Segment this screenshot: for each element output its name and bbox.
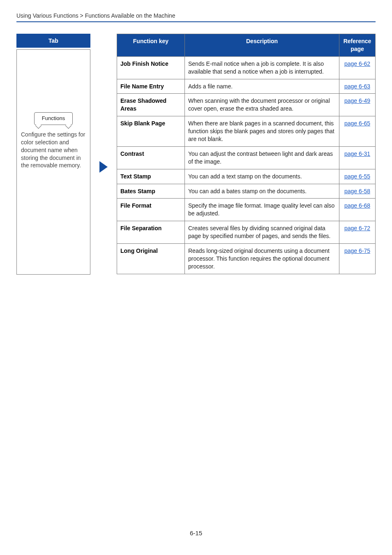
reference-cell: page 6-68 — [339, 199, 376, 221]
table-row: File Name EntryAdds a file name.page 6-6… — [117, 79, 376, 94]
function-key-cell: Erase Shadowed Areas — [117, 94, 185, 116]
functions-tab-button[interactable]: Functions — [34, 112, 73, 125]
table-row: Job Finish NoticeSends E-mail notice whe… — [117, 56, 376, 79]
description-cell: You can add a text stamp on the document… — [185, 169, 339, 184]
function-key-cell: Skip Blank Page — [117, 116, 185, 147]
function-table: Function key Description Reference page … — [117, 34, 376, 274]
right-column: Function key Description Reference page … — [117, 34, 376, 275]
reference-cell: page 6-63 — [339, 79, 376, 94]
reference-link[interactable]: page 6-72 — [344, 225, 370, 231]
reference-cell: page 6-65 — [339, 116, 376, 147]
reference-cell: page 6-72 — [339, 221, 376, 244]
table-row: Erase Shadowed AreasWhen scanning with t… — [117, 94, 376, 116]
table-row: Bates StampYou can add a bates stamp on … — [117, 184, 376, 199]
content-row: Tab Functions Configure the settings for… — [16, 34, 376, 275]
description-cell: Reads long-sized original documents usin… — [185, 244, 339, 274]
table-header-function-key: Function key — [117, 34, 185, 57]
reference-cell: page 6-62 — [339, 56, 376, 79]
description-cell: When there are blank pages in a scanned … — [185, 116, 339, 147]
table-row: Skip Blank PageWhen there are blank page… — [117, 116, 376, 147]
description-cell: When scanning with the document processo… — [185, 94, 339, 116]
divider-top — [16, 21, 376, 22]
table-row: File FormatSpecify the image file format… — [117, 199, 376, 221]
reference-link[interactable]: page 6-55 — [344, 173, 370, 180]
function-key-cell: Job Finish Notice — [117, 56, 185, 79]
reference-cell: page 6-58 — [339, 184, 376, 199]
reference-link[interactable]: page 6-68 — [344, 202, 370, 209]
tab-body: Functions Configure the settings for col… — [16, 49, 90, 275]
tab-description: Configure the settings for color selecti… — [21, 131, 86, 169]
reference-cell: page 6-55 — [339, 169, 376, 184]
description-cell: You can adjust the contrast between ligh… — [185, 146, 339, 169]
left-column: Tab Functions Configure the settings for… — [16, 34, 90, 275]
function-key-cell: File Separation — [117, 221, 185, 244]
tab-header: Tab — [16, 34, 90, 48]
description-cell: Creates several files by dividing scanne… — [185, 221, 339, 244]
reference-cell: page 6-31 — [339, 146, 376, 169]
function-key-cell: File Format — [117, 199, 185, 221]
reference-link[interactable]: page 6-49 — [344, 97, 370, 104]
table-row: Text StampYou can add a text stamp on th… — [117, 169, 376, 184]
reference-link[interactable]: page 6-31 — [344, 150, 370, 157]
breadcrumb: Using Various Functions > Functions Avai… — [16, 12, 376, 21]
reference-link[interactable]: page 6-58 — [344, 188, 370, 194]
table-header-description: Description — [185, 34, 339, 57]
function-key-cell: Text Stamp — [117, 169, 185, 184]
description-cell: Adds a file name. — [185, 79, 339, 94]
table-row: File SeparationCreates several files by … — [117, 221, 376, 244]
arrow-right-icon — [99, 161, 108, 173]
reference-cell: page 6-49 — [339, 94, 376, 116]
description-cell: You can add a bates stamp on the documen… — [185, 184, 339, 199]
table-header-reference: Reference page — [339, 34, 376, 57]
description-cell: Sends E-mail notice when a job is comple… — [185, 56, 339, 79]
table-row: Long OriginalReads long-sized original d… — [117, 244, 376, 274]
function-key-cell: Contrast — [117, 146, 185, 169]
reference-link[interactable]: page 6-65 — [344, 120, 370, 127]
table-row: ContrastYou can adjust the contrast betw… — [117, 146, 376, 169]
function-key-cell: Bates Stamp — [117, 184, 185, 199]
reference-link[interactable]: page 6-62 — [344, 60, 370, 67]
reference-cell: page 6-75 — [339, 244, 376, 274]
function-key-cell: Long Original — [117, 244, 185, 274]
page-number: 6-15 — [16, 530, 376, 536]
function-key-cell: File Name Entry — [117, 79, 185, 94]
reference-link[interactable]: page 6-75 — [344, 247, 370, 254]
arrow-column — [99, 34, 108, 275]
reference-link[interactable]: page 6-63 — [344, 83, 370, 90]
description-cell: Specify the image file format. Image qua… — [185, 199, 339, 221]
